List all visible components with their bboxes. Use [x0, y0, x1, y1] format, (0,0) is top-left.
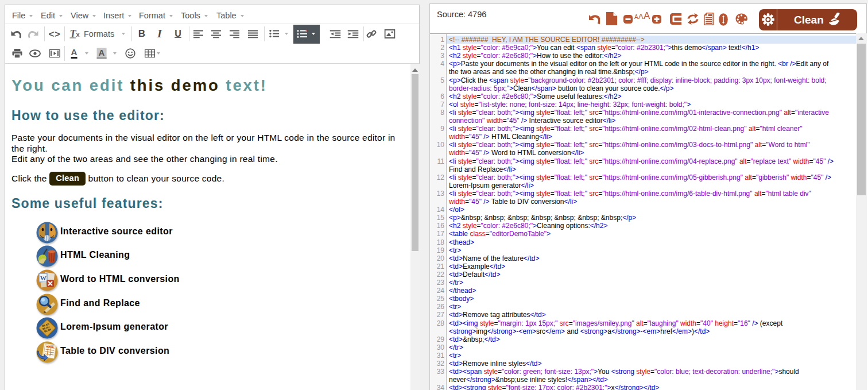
svg-text:A: A: [644, 11, 650, 20]
svg-text:A: A: [638, 12, 644, 20]
svg-text:A: A: [634, 14, 638, 20]
svg-text:W: W: [40, 275, 46, 281]
